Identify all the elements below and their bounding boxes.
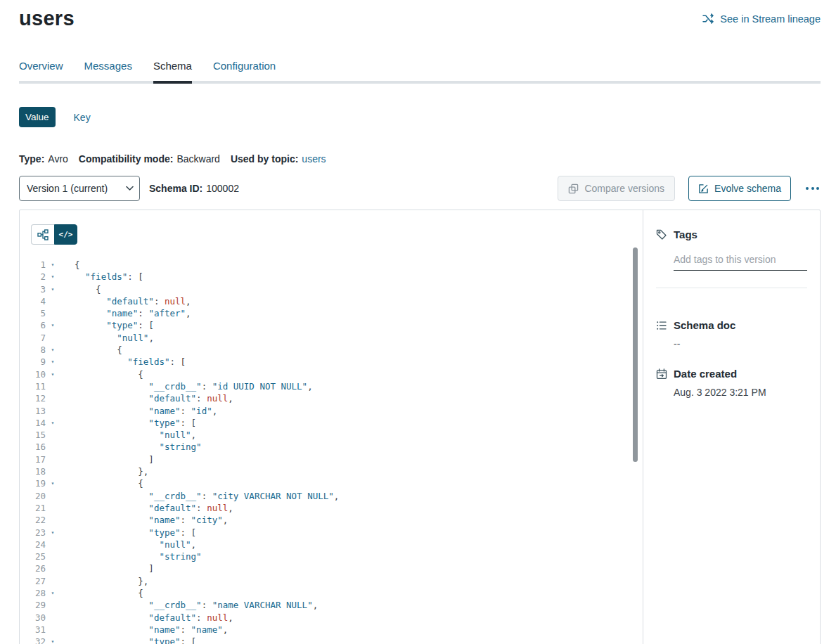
fold-caret-icon[interactable]: ▾	[46, 344, 60, 356]
evolve-schema-button[interactable]: Evolve schema	[688, 176, 791, 201]
fold-caret-icon[interactable]: ▾	[46, 477, 60, 489]
fold-caret-icon[interactable]: ▾	[46, 587, 60, 599]
tree-view-button[interactable]	[31, 224, 54, 245]
code-line: 30 "default": null,	[20, 612, 643, 624]
line-number: 5	[20, 307, 46, 319]
fold-spacer	[46, 405, 60, 417]
code-line: 21 "default": null,	[20, 502, 643, 514]
code-text: "type": [	[75, 417, 196, 429]
tags-title: Tags	[674, 228, 697, 240]
fold-caret-icon[interactable]: ▾	[46, 527, 60, 539]
date-created-header: Date created	[656, 368, 807, 380]
code-line: 23▾ "type": [	[20, 527, 643, 539]
fold-spacer	[46, 453, 60, 465]
code-text: "string"	[75, 550, 202, 562]
fold-spacer	[46, 514, 60, 526]
schema-meta-row: Type: Avro Compatibility mode: Backward …	[19, 153, 821, 165]
tab-overview[interactable]: Overview	[19, 60, 63, 81]
code-line: 25 "string"	[20, 550, 643, 562]
editor-scrollbar	[633, 247, 638, 644]
fold-spacer	[46, 599, 60, 611]
scrollbar-thumb[interactable]	[633, 247, 638, 462]
code-line: 31 "name": "name",	[20, 624, 643, 636]
schema-id-label: Schema ID:	[149, 183, 202, 194]
line-number: 31	[20, 624, 46, 636]
fold-caret-icon[interactable]: ▾	[46, 259, 60, 271]
tab-messages[interactable]: Messages	[84, 60, 132, 81]
line-number: 15	[20, 429, 46, 441]
fold-caret-icon[interactable]: ▾	[46, 636, 60, 644]
code-text: "null",	[75, 539, 196, 550]
schema-actions: Compare versions Evolve schema	[558, 176, 821, 201]
code-line: 7 "null",	[20, 332, 643, 344]
code-line: 14▾ "type": [	[20, 417, 643, 429]
code-text: {	[75, 259, 80, 271]
code-line: 10▾ {	[20, 368, 643, 380]
tab-configuration[interactable]: Configuration	[213, 60, 276, 81]
schema-code-editor: </> 1▾{2▾ "fields": [3▾ {4 "default": nu…	[20, 210, 643, 644]
tab-schema[interactable]: Schema	[153, 60, 192, 84]
code-view-icon: </>	[59, 230, 73, 239]
line-number: 13	[20, 405, 46, 417]
fold-spacer	[46, 295, 60, 307]
schema-doc-title: Schema doc	[674, 319, 735, 331]
code-line: 16 "string"	[20, 441, 643, 453]
line-number: 30	[20, 612, 46, 624]
code-line: 24 "null",	[20, 539, 643, 550]
code-text: "name": "city",	[75, 514, 228, 526]
line-number: 26	[20, 562, 46, 574]
fold-caret-icon[interactable]: ▾	[46, 368, 60, 380]
fold-spacer	[46, 380, 60, 392]
line-number: 16	[20, 441, 46, 453]
line-number: 12	[20, 392, 46, 404]
value-toggle-button[interactable]: Value	[19, 107, 56, 127]
fold-caret-icon[interactable]: ▾	[46, 271, 60, 283]
code-text: "string"	[75, 441, 202, 453]
used-by-topic: Used by topic: users	[231, 153, 326, 165]
schema-id: Schema ID: 100002	[149, 183, 239, 194]
value-key-toggle: Value Key	[19, 107, 821, 127]
schema-id-value: 100002	[206, 183, 239, 194]
fold-spacer	[46, 441, 60, 453]
code-content[interactable]: 1▾{2▾ "fields": [3▾ {4 "default": null,5…	[20, 259, 643, 644]
key-toggle-button[interactable]: Key	[74, 112, 91, 123]
add-tags-input[interactable]	[674, 252, 807, 271]
code-line: 19▾ {	[20, 477, 643, 489]
date-created-value: Aug. 3 2022 3:21 PM	[674, 387, 807, 398]
code-view-button[interactable]: </>	[54, 224, 77, 245]
compare-versions-button[interactable]: Compare versions	[558, 176, 675, 201]
code-line: 26 ]	[20, 562, 643, 574]
schema-doc-icon	[656, 320, 667, 331]
fold-caret-icon[interactable]: ▾	[46, 283, 60, 295]
schema-type-value: Avro	[48, 153, 68, 165]
fold-caret-icon[interactable]: ▾	[46, 319, 60, 331]
compatibility-mode: Compatibility mode: Backward	[79, 153, 220, 165]
stream-lineage-link[interactable]: See in Stream lineage	[702, 13, 821, 25]
used-by-topic-label: Used by topic:	[231, 153, 298, 165]
schema-type: Type: Avro	[19, 153, 68, 165]
fold-caret-icon[interactable]: ▾	[46, 417, 60, 429]
topic-link[interactable]: users	[302, 153, 326, 165]
fold-spacer	[46, 562, 60, 574]
line-number: 29	[20, 599, 46, 611]
schema-type-label: Type:	[19, 153, 44, 165]
code-line: 17 ]	[20, 453, 643, 465]
sidebar-divider	[656, 288, 807, 288]
schema-sidebar: Tags Schema do	[643, 210, 820, 644]
fold-spacer	[46, 465, 60, 477]
code-text: "name": "name",	[75, 624, 228, 636]
code-text: {	[75, 368, 143, 380]
compatibility-mode-label: Compatibility mode:	[79, 153, 174, 165]
line-number: 9	[20, 356, 46, 368]
code-line: 29 "__crdb__": "name VARCHAR NULL",	[20, 599, 643, 611]
schema-doc-header: Schema doc	[656, 319, 807, 331]
code-text: ]	[75, 453, 154, 465]
code-text: {	[75, 283, 101, 295]
schema-doc-value: --	[674, 338, 807, 349]
fold-spacer	[46, 332, 60, 344]
line-number: 7	[20, 332, 46, 344]
fold-caret-icon[interactable]: ▾	[46, 356, 60, 368]
version-select[interactable]: Version 1 (current)	[19, 176, 140, 201]
fold-spacer	[46, 539, 60, 550]
more-options-button[interactable]	[804, 183, 821, 194]
